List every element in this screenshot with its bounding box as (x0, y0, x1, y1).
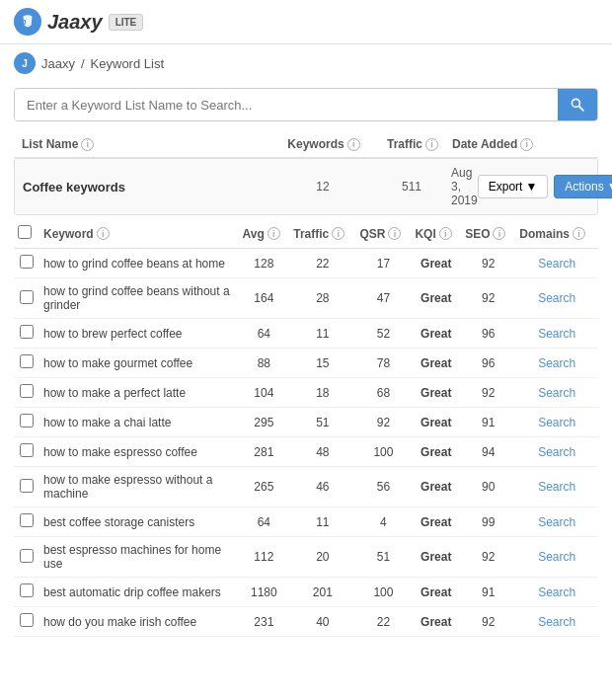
kw-seo-cell: 92 (461, 278, 515, 319)
jaaxy-logo-svg: J (19, 13, 37, 31)
row-checkbox-5[interactable] (20, 414, 34, 428)
row-checkbox-4[interactable] (20, 384, 34, 398)
kw-domains-cell[interactable]: Search (515, 578, 598, 607)
row-checkbox-7[interactable] (20, 479, 34, 493)
header-checkbox-cell (14, 219, 39, 249)
table-row: how to brew perfect coffee 64 11 52 Grea… (14, 319, 598, 349)
search-link-1[interactable]: Search (538, 291, 575, 305)
row-checkbox-11[interactable] (20, 613, 34, 627)
kw-domains-cell[interactable]: Search (515, 349, 598, 378)
kw-avg-cell: 112 (238, 537, 289, 578)
kw-qsr-cell: 47 (355, 278, 411, 319)
list-name-info-icon[interactable]: i (81, 138, 94, 151)
kw-name-cell: how to make espresso without a machine (39, 467, 238, 507)
kw-domains-cell[interactable]: Search (515, 507, 598, 537)
kw-qsr-cell: 68 (355, 378, 411, 408)
kw-traffic-cell: 11 (289, 507, 355, 537)
search-link-11[interactable]: Search (538, 615, 575, 629)
table-row: how do you make irish coffee 231 40 22 G… (14, 607, 598, 637)
row-checkbox-0[interactable] (20, 255, 34, 269)
select-all-checkbox[interactable] (18, 225, 32, 239)
kw-avg-cell: 104 (238, 378, 289, 408)
search-link-4[interactable]: Search (538, 386, 575, 400)
kw-domains-cell[interactable]: Search (515, 249, 598, 278)
kw-seo-cell: 99 (461, 507, 515, 537)
actions-chevron-icon: ▼ (607, 180, 612, 194)
export-button[interactable]: Export ▼ (478, 175, 549, 198)
th-domains: Domains i (515, 219, 598, 249)
kw-domains-cell[interactable]: Search (515, 607, 598, 637)
search-link-7[interactable]: Search (538, 480, 575, 494)
kw-name-cell: best automatic drip coffee makers (39, 578, 238, 607)
th-qsr: QSR i (355, 219, 411, 249)
export-chevron-icon: ▼ (525, 180, 537, 194)
list-name-value: Coffee keywords (23, 180, 273, 194)
kqi-th-info-icon[interactable]: i (439, 227, 452, 240)
kw-domains-cell[interactable]: Search (515, 319, 598, 349)
search-link-6[interactable]: Search (538, 445, 575, 459)
row-checkbox-10[interactable] (20, 583, 34, 597)
avg-th-info-icon[interactable]: i (268, 227, 280, 240)
kw-qsr-cell: 92 (355, 408, 411, 437)
search-link-0[interactable]: Search (538, 257, 575, 271)
table-row: how to make gourmet coffee 88 15 78 Grea… (14, 349, 598, 378)
table-row: how to make a chai latte 295 51 92 Great… (14, 408, 598, 437)
traffic-th-info-icon[interactable]: i (332, 227, 344, 240)
row-checkbox-1[interactable] (20, 290, 34, 304)
kw-qsr-cell: 22 (355, 607, 411, 637)
search-button[interactable] (558, 89, 597, 120)
actions-button[interactable]: Actions ▼ (554, 175, 612, 198)
breadcrumb: J Jaaxy / Keyword List (0, 44, 612, 82)
kw-avg-cell: 265 (238, 467, 289, 507)
kw-domains-cell[interactable]: Search (515, 537, 598, 578)
col-header-traffic: Traffic i (373, 137, 452, 151)
row-checkbox-cell (14, 607, 39, 637)
row-checkbox-6[interactable] (20, 443, 34, 457)
search-bar (14, 88, 598, 121)
table-row: how to make espresso without a machine 2… (14, 467, 598, 507)
kw-kqi-cell: Great (411, 507, 461, 537)
kw-name-cell: best espresso machines for home use (39, 537, 238, 578)
search-input[interactable] (15, 90, 558, 120)
kw-seo-cell: 96 (461, 319, 515, 349)
kw-avg-cell: 295 (238, 408, 289, 437)
kw-name-cell: how to grind coffee beans without a grin… (39, 278, 238, 319)
row-checkbox-8[interactable] (20, 513, 34, 527)
kw-name-cell: how do you make irish coffee (39, 607, 238, 637)
kw-avg-cell: 64 (238, 507, 289, 537)
search-link-3[interactable]: Search (538, 356, 575, 370)
lite-badge: LITE (109, 14, 144, 31)
traffic-info-icon[interactable]: i (425, 138, 438, 151)
kw-domains-cell[interactable]: Search (515, 408, 598, 437)
kw-table-header: Keyword i Avg i Traffic i (14, 219, 598, 249)
date-info-icon[interactable]: i (520, 138, 533, 151)
search-link-8[interactable]: Search (538, 515, 575, 529)
row-checkbox-3[interactable] (20, 354, 34, 368)
search-link-5[interactable]: Search (538, 416, 575, 429)
keyword-th-info-icon[interactable]: i (97, 227, 110, 240)
kw-domains-cell[interactable]: Search (515, 278, 598, 319)
kw-domains-cell[interactable]: Search (515, 378, 598, 408)
seo-th-info-icon[interactable]: i (493, 227, 505, 240)
row-checkbox-9[interactable] (20, 549, 34, 563)
breadcrumb-separator: / (81, 56, 85, 71)
kw-avg-cell: 164 (238, 278, 289, 319)
kw-domains-cell[interactable]: Search (515, 467, 598, 507)
keywords-table: Keyword i Avg i Traffic i (14, 219, 598, 637)
row-checkbox-2[interactable] (20, 325, 34, 339)
col-header-list-name: List Name i (22, 137, 274, 151)
th-keyword: Keyword i (39, 219, 238, 249)
domains-th-info-icon[interactable]: i (573, 227, 585, 240)
keywords-info-icon[interactable]: i (347, 138, 360, 151)
kw-qsr-cell: 52 (355, 319, 411, 349)
logo-text: Jaaxy (47, 11, 103, 34)
search-link-10[interactable]: Search (538, 585, 575, 599)
qsr-th-info-icon[interactable]: i (388, 227, 401, 240)
search-link-9[interactable]: Search (538, 550, 575, 564)
kw-qsr-cell: 100 (355, 578, 411, 607)
kw-domains-cell[interactable]: Search (515, 437, 598, 467)
kw-name-cell: how to make a perfect latte (39, 378, 238, 408)
logo-area: J Jaaxy LITE (14, 8, 143, 36)
kw-qsr-cell: 4 (355, 507, 411, 537)
search-link-2[interactable]: Search (538, 327, 575, 341)
